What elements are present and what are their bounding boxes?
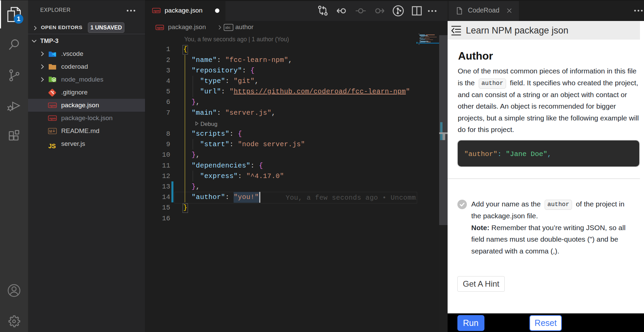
- svg-text:M: M: [49, 129, 52, 133]
- svg-text:npm: npm: [153, 9, 160, 13]
- svg-text:npm: npm: [49, 117, 56, 120]
- svg-text:js: js: [53, 78, 55, 81]
- svg-text:npm: npm: [157, 26, 163, 29]
- svg-text:abc: abc: [225, 26, 231, 29]
- svg-text:npm: npm: [49, 104, 56, 107]
